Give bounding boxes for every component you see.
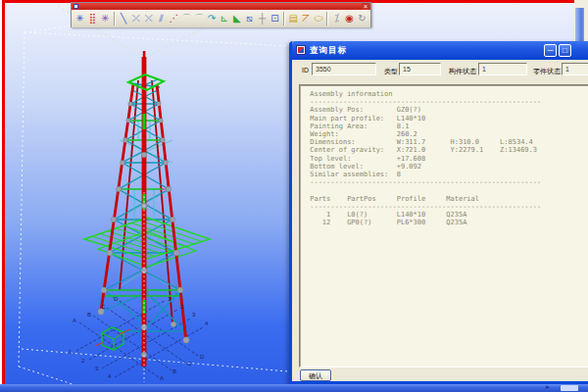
- snap-arc-center-icon[interactable]: ⌒: [180, 11, 193, 26]
- dialog-title: 查询目标: [310, 45, 347, 57]
- snap-rotate-icon[interactable]: ↻: [356, 11, 368, 26]
- part-status-label: 构件状态: [449, 67, 476, 76]
- grid-label-right-number: 2: [180, 304, 183, 310]
- toolbar-separator: [283, 12, 285, 25]
- snap-grid-points-icon[interactable]: ⣿: [86, 11, 99, 26]
- snap-endpoint-icon[interactable]: ⤫: [129, 11, 142, 26]
- snap-divisions-icon[interactable]: ⋰: [168, 11, 180, 26]
- toolbar-grip-icon: [74, 4, 78, 9]
- grid-label-right-letter: B: [172, 368, 176, 374]
- maximize-button[interactable]: □: [559, 44, 571, 57]
- cursor-arrow-icon: ➤: [545, 384, 550, 391]
- grid-label-right-letter: C: [187, 361, 191, 367]
- snap-circle-icon[interactable]: ◉: [343, 11, 356, 26]
- grid-label-left-letter: D: [114, 296, 118, 302]
- grid-label-right-number: 4: [205, 320, 208, 326]
- toolbar-separator: [326, 12, 328, 25]
- piece-status-field[interactable]: 1: [562, 63, 588, 75]
- dialog-field-row: ID 3550 类型 15 构件状态 1 零件状态 1: [292, 60, 588, 83]
- view-border-left: [2, 0, 5, 384]
- inquire-object-dialog: 查询目标 ─ □ ID 3550 类型 15 构件状态 1 零件状态 1 Ass…: [289, 41, 588, 384]
- grid-label-left-number: 3: [95, 366, 98, 371]
- grid-label-left-letter: B: [87, 312, 91, 318]
- grid-label-right-number: 1: [168, 296, 171, 302]
- dialog-app-icon: [296, 45, 306, 55]
- grid-label-left-letter: A: [73, 318, 76, 323]
- snap-toolbar-titlebar[interactable]: ×: [72, 3, 370, 10]
- window-bottom-border: ➤: [0, 384, 588, 392]
- snap-toolbar-body: ✳ ⣿ ✳ ╲ ⤫ ⤬ ⫽ ⋰ ⌒ ⌒ ↷ ⊾ ◣ ⧅ ┼ ⊡ ▤ ⦢ ⬭ ⁒ …: [72, 10, 370, 27]
- snap-any-points-icon[interactable]: ✳: [99, 11, 112, 26]
- snap-plane-icon[interactable]: ◣: [230, 11, 243, 26]
- snap-free-line-icon[interactable]: ⁒: [330, 11, 343, 26]
- grid-label-left-letter: C: [101, 304, 105, 310]
- snap-nearest-icon[interactable]: ⊡: [269, 11, 281, 26]
- snap-arc-point-icon[interactable]: ⌒: [193, 11, 206, 26]
- grid-label-left-number: 1: [69, 349, 72, 355]
- assembly-report-box: Assembly information -------------------…: [299, 84, 588, 368]
- dialog-titlebar[interactable]: 查询目标 ─ □: [292, 41, 588, 60]
- app-window: A B C D 1 2 3 4 1 2 3 4 A B C D × ✳ ⣿ ✳ …: [0, 0, 588, 392]
- snap-no-snap-icon[interactable]: ⧅: [243, 11, 256, 26]
- id-label: ID: [302, 67, 309, 74]
- platform-grating: [84, 218, 210, 267]
- id-field[interactable]: 3550: [312, 63, 376, 75]
- snap-reference-points-icon[interactable]: ✳: [74, 11, 86, 26]
- part-status-field[interactable]: 1: [478, 63, 527, 75]
- snap-line-icon[interactable]: ╲: [118, 11, 130, 26]
- grid-label-left-number: 2: [81, 358, 84, 364]
- snap-intersection-icon[interactable]: ⤬: [142, 11, 155, 26]
- tower-mast-tip: [143, 51, 146, 58]
- grid-label-right-letter: A: [160, 375, 164, 381]
- resize-grip[interactable]: [561, 385, 578, 391]
- confirm-button[interactable]: 确认: [300, 369, 331, 381]
- snap-extension-icon[interactable]: ┼: [256, 11, 269, 26]
- view-planes-icon[interactable]: ▤: [287, 11, 300, 26]
- window-right-edge: [574, 0, 588, 41]
- assembly-report-text: Assembly information -------------------…: [300, 85, 588, 226]
- snap-perpendicular-icon[interactable]: ⊾: [218, 11, 230, 26]
- bent-plate-icon[interactable]: ⦢: [300, 11, 313, 26]
- toolbar-close-icon[interactable]: ×: [362, 3, 369, 10]
- snap-toolbar: × ✳ ⣿ ✳ ╲ ⤫ ⤬ ⫽ ⋰ ⌒ ⌒ ↷ ⊾ ◣ ⧅ ┼ ⊡ ▤ ⦢ ⬭ …: [71, 2, 371, 27]
- type-field[interactable]: 15: [399, 63, 441, 75]
- type-label: 类型: [384, 67, 398, 76]
- window-left-edge: [0, 0, 2, 384]
- grid-label-left-number: 4: [108, 373, 111, 379]
- window-right-border: [575, 8, 584, 41]
- piece-status-label: 零件状态: [533, 67, 561, 76]
- grid-label-right-letter: D: [200, 354, 204, 360]
- snap-tangent-icon[interactable]: ↷: [206, 11, 219, 26]
- toolbar-separator: [114, 12, 116, 25]
- snap-parallel-icon[interactable]: ⫽: [155, 11, 168, 26]
- ellipse-icon[interactable]: ⬭: [312, 11, 324, 26]
- grid-label-right-number: 3: [192, 312, 195, 318]
- minimize-button[interactable]: ─: [544, 44, 557, 57]
